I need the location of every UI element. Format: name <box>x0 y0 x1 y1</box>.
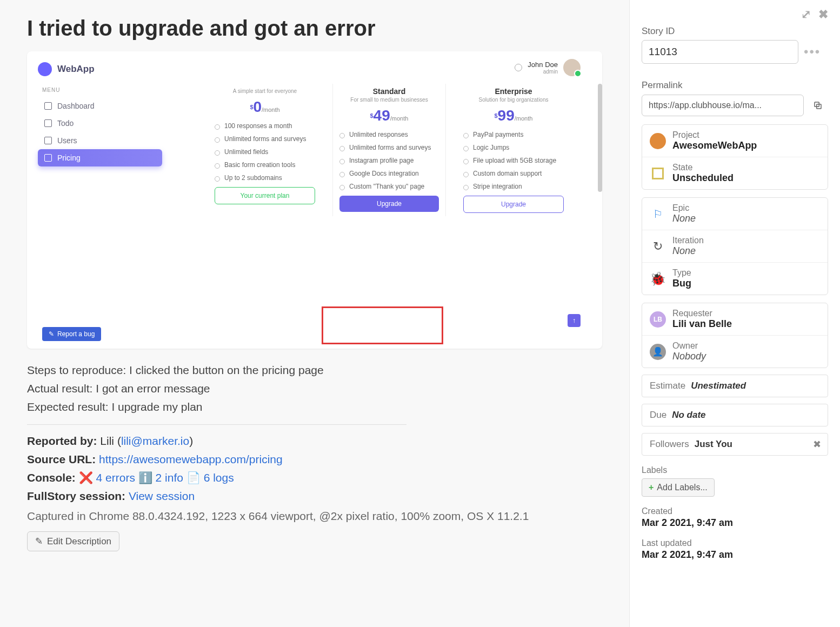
app-logo-icon <box>38 62 52 76</box>
owner-icon: 👤 <box>650 344 666 360</box>
remove-follower-icon[interactable]: ✖ <box>813 438 821 450</box>
home-icon <box>44 102 52 110</box>
iteration-row[interactable]: ↻ Iteration None <box>642 230 828 263</box>
plan-standard: Standard For small to medium businesses … <box>332 84 446 216</box>
followers-row[interactable]: Followers Just You ✖ <box>642 433 828 456</box>
sidebar-panel: ⤢ ✖ Story ID ••• Permalink Project Aweso… <box>629 0 840 627</box>
add-labels-button[interactable]: + Add Labels... <box>642 478 715 497</box>
story-id-input[interactable] <box>642 40 798 64</box>
menu-pricing: Pricing <box>38 149 162 166</box>
project-state-card: Project AwesomeWebApp State Unscheduled <box>642 124 828 190</box>
pencil-icon: ✎ <box>35 536 43 547</box>
more-icon[interactable]: ••• <box>804 44 821 59</box>
edit-icon: ✎ <box>49 330 54 338</box>
epic-iteration-type-card: ⚐ Epic None ↻ Iteration None 🐞 Type Bug <box>642 197 828 295</box>
due-row[interactable]: Due No date <box>642 404 828 426</box>
plan-basic: A simple start for everyone $0/month 100… <box>208 84 322 216</box>
permalink-input[interactable] <box>642 95 804 116</box>
shot-logo: WebApp <box>38 62 162 76</box>
close-icon[interactable]: ✖ <box>818 8 828 22</box>
check-icon <box>44 119 52 127</box>
current-plan-button: Your current plan <box>215 187 315 204</box>
owner-row[interactable]: 👤 Owner Nobody <box>642 336 828 368</box>
fullstory-link[interactable]: View session <box>129 490 195 502</box>
shot-sidebar: WebApp MENU Dashboard Todo Users Pricing <box>27 51 173 349</box>
avatar <box>563 59 581 76</box>
reporter-email-link[interactable]: lili@marker.io <box>121 435 189 447</box>
annotation-highlight <box>322 306 443 344</box>
created-value: Mar 2 2021, 9:47 am <box>642 517 828 529</box>
source-url: Source URL: https://awesomewebapp.com/pr… <box>27 453 602 466</box>
divider <box>27 424 406 425</box>
edit-description-button[interactable]: ✎ Edit Description <box>27 531 119 551</box>
console-info: Console: ❌ 4 errors ℹ️ 2 info 📄 6 logs <box>27 471 602 484</box>
card-icon <box>44 154 52 162</box>
source-url-link[interactable]: https://awesomewebapp.com/pricing <box>99 453 283 465</box>
fullstory: FullStory session: View session <box>27 490 602 503</box>
screenshot-attachment[interactable]: WebApp MENU Dashboard Todo Users Pricing… <box>27 51 602 349</box>
shot-plans: A simple start for everyone $0/month 100… <box>208 84 591 216</box>
user-icon <box>44 137 52 144</box>
console-logs-link[interactable]: 6 logs <box>204 471 234 484</box>
menu-todo: Todo <box>38 115 162 132</box>
people-card: LB Requester Lili van Belle 👤 Owner Nobo… <box>642 303 828 368</box>
console-info-link[interactable]: 2 info <box>156 471 183 484</box>
epic-row[interactable]: ⚐ Epic None <box>642 198 828 230</box>
project-row[interactable]: Project AwesomeWebApp <box>642 125 828 157</box>
state-row[interactable]: State Unscheduled <box>642 157 828 189</box>
type-row[interactable]: 🐞 Type Bug <box>642 263 828 295</box>
scroll-top-button: ↑ <box>568 314 581 327</box>
story-id-label: Story ID <box>642 26 828 37</box>
actual-result: Actual result: I got an error message <box>27 382 602 395</box>
dark-mode-icon <box>515 64 522 71</box>
expected-result: Expected result: I upgrade my plan <box>27 401 602 413</box>
price: $0/month <box>215 99 315 115</box>
menu-heading: MENU <box>42 87 162 93</box>
requester-row[interactable]: LB Requester Lili van Belle <box>642 303 828 336</box>
iteration-icon: ↻ <box>650 238 666 255</box>
copy-icon[interactable] <box>808 94 828 117</box>
shot-header: John Doe admin <box>173 51 602 84</box>
captured-info: Captured in Chrome 88.0.4324.192, 1223 x… <box>27 508 541 524</box>
updated-value: Mar 2 2021, 9:47 am <box>642 549 828 561</box>
menu-users: Users <box>38 132 162 149</box>
labels-heading: Labels <box>642 465 828 475</box>
shot-user: John Doe admin <box>528 61 558 75</box>
plan-enterprise: Enterprise Solution for big organization… <box>457 84 570 216</box>
main-content: I tried to upgrade and got an error WebA… <box>0 0 629 627</box>
log-icon: 📄 <box>186 471 201 484</box>
menu-dashboard: Dashboard <box>38 97 162 115</box>
created-label: Created <box>642 506 828 516</box>
console-errors-link[interactable]: 4 errors <box>96 471 135 484</box>
info-icon: ℹ️ <box>138 471 152 484</box>
expand-icon[interactable]: ⤢ <box>801 8 811 22</box>
plus-icon: + <box>649 483 654 492</box>
description: Steps to reproduce: I clicked the button… <box>27 364 602 413</box>
reported-by: Reported by: Lili (lili@marker.io) <box>27 435 602 448</box>
story-title[interactable]: I tried to upgrade and got an error <box>27 16 602 41</box>
error-icon: ❌ <box>79 471 93 484</box>
estimate-row[interactable]: Estimate Unestimated <box>642 375 828 397</box>
steps-to-reproduce: Steps to reproduce: I clicked the button… <box>27 364 602 377</box>
requester-avatar: LB <box>650 311 666 328</box>
project-icon <box>650 133 666 149</box>
flag-icon: ⚐ <box>650 206 666 222</box>
bug-icon: 🐞 <box>650 271 666 287</box>
report-bug-button: ✎ Report a bug <box>42 327 101 341</box>
shot-scrollbar <box>598 84 602 192</box>
permalink-label: Permalink <box>642 80 828 91</box>
upgrade-button-standard: Upgrade <box>339 196 439 212</box>
upgrade-button-enterprise: Upgrade <box>463 196 564 213</box>
state-icon <box>650 165 666 182</box>
app-name: WebApp <box>57 64 95 75</box>
updated-label: Last updated <box>642 538 828 548</box>
